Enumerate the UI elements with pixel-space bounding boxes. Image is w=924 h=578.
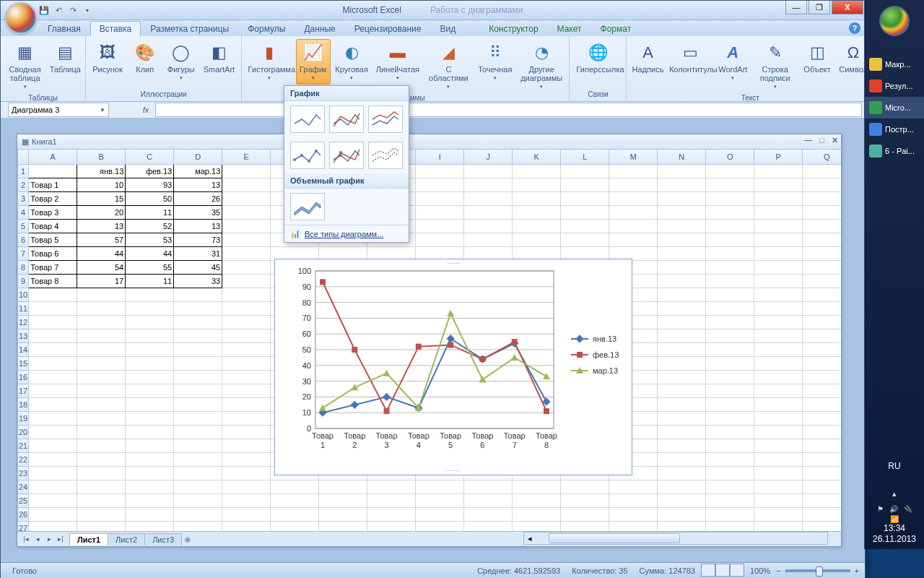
cell[interactable]: 26 xyxy=(174,192,222,206)
cell[interactable] xyxy=(706,329,754,343)
cell[interactable] xyxy=(319,522,367,532)
cell[interactable] xyxy=(464,220,513,233)
cell[interactable] xyxy=(319,508,367,522)
cell[interactable] xyxy=(706,206,754,220)
language-indicator[interactable]: RU xyxy=(865,461,924,471)
cell[interactable] xyxy=(561,508,609,522)
cell[interactable] xyxy=(29,508,77,522)
cell[interactable] xyxy=(706,357,754,371)
cell[interactable] xyxy=(609,508,658,522)
cell[interactable] xyxy=(222,165,271,178)
cell[interactable] xyxy=(803,192,841,206)
cell[interactable] xyxy=(29,453,77,467)
cell[interactable]: 93 xyxy=(126,178,174,192)
cell[interactable] xyxy=(222,384,271,398)
cell[interactable]: 13 xyxy=(174,220,222,233)
cell[interactable] xyxy=(77,522,126,532)
row-header[interactable]: 10 xyxy=(18,288,29,302)
cell[interactable] xyxy=(126,343,174,357)
cell[interactable] xyxy=(609,233,658,247)
row-header[interactable]: 2 xyxy=(18,178,29,192)
cell[interactable] xyxy=(222,192,271,206)
cell[interactable] xyxy=(803,261,841,275)
cell[interactable] xyxy=(77,316,126,329)
cell[interactable] xyxy=(319,494,367,508)
cell[interactable] xyxy=(367,508,416,522)
cell[interactable] xyxy=(464,233,513,247)
cell[interactable] xyxy=(609,494,658,508)
cell[interactable] xyxy=(658,439,706,453)
column-header[interactable]: Q xyxy=(803,150,841,165)
line-chart-option-3[interactable] xyxy=(368,105,403,133)
cell[interactable] xyxy=(222,275,271,288)
cell[interactable] xyxy=(222,371,271,384)
cell[interactable] xyxy=(803,357,841,371)
row-header[interactable]: 5 xyxy=(18,220,29,233)
zoom-in-button[interactable]: + xyxy=(855,566,859,575)
tab-layout[interactable]: Макет xyxy=(548,21,591,36)
power-icon[interactable]: 🔌 xyxy=(904,505,912,513)
column-header[interactable]: E xyxy=(222,150,271,165)
cell[interactable] xyxy=(658,467,706,480)
cell[interactable] xyxy=(29,467,77,480)
cell[interactable] xyxy=(77,453,126,467)
cell[interactable] xyxy=(222,508,271,522)
cell[interactable] xyxy=(271,494,319,508)
undo-icon[interactable]: ↶ xyxy=(53,4,64,16)
cell[interactable] xyxy=(416,494,464,508)
row-header[interactable]: 15 xyxy=(18,357,29,371)
cell[interactable]: Товар 1 xyxy=(29,178,77,192)
zoom-out-button[interactable]: − xyxy=(776,566,780,575)
row-header[interactable]: 13 xyxy=(18,329,29,343)
cell[interactable]: 17 xyxy=(77,275,126,288)
cell[interactable] xyxy=(754,467,803,480)
taskbar-item[interactable]: Макр... xyxy=(865,53,924,75)
help-icon[interactable]: ? xyxy=(849,22,860,34)
cell[interactable] xyxy=(754,453,803,467)
line-chart-option-6[interactable] xyxy=(368,142,403,169)
cell[interactable]: Товар 2 xyxy=(29,192,77,206)
cell[interactable] xyxy=(126,494,174,508)
cell[interactable] xyxy=(658,453,706,467)
cell[interactable]: 53 xyxy=(126,233,174,247)
clock[interactable]: 13:34 26.11.2013 xyxy=(865,523,924,545)
cell[interactable] xyxy=(609,192,658,206)
column-header[interactable]: B xyxy=(77,150,126,165)
cell[interactable] xyxy=(464,206,513,220)
sheet-tab-2[interactable]: Лист2 xyxy=(108,533,145,545)
cell[interactable] xyxy=(706,302,754,316)
cell[interactable] xyxy=(803,384,841,398)
scatter-chart-button[interactable]: ⠿Точечная▾ xyxy=(475,39,515,85)
cell[interactable] xyxy=(126,398,174,412)
cell[interactable] xyxy=(174,316,222,329)
cell[interactable] xyxy=(706,508,754,522)
cell[interactable] xyxy=(77,398,126,412)
cell[interactable] xyxy=(29,439,77,453)
cell[interactable] xyxy=(561,206,609,220)
cell[interactable] xyxy=(609,480,658,494)
cell[interactable] xyxy=(561,480,609,494)
cell[interactable] xyxy=(222,343,271,357)
cell[interactable] xyxy=(367,522,416,532)
tab-home[interactable]: Главная xyxy=(38,21,90,36)
column-header[interactable]: K xyxy=(513,150,561,165)
cell[interactable] xyxy=(658,494,706,508)
cell[interactable] xyxy=(77,384,126,398)
row-header[interactable]: 24 xyxy=(18,480,29,494)
cell[interactable] xyxy=(706,247,754,261)
cell[interactable] xyxy=(29,412,77,426)
cell[interactable] xyxy=(222,453,271,467)
cell[interactable] xyxy=(222,329,271,343)
sheet-nav-prev[interactable]: ◂ xyxy=(32,535,43,543)
cell[interactable] xyxy=(658,329,706,343)
cell[interactable] xyxy=(803,412,841,426)
view-buttons[interactable] xyxy=(701,564,744,578)
cell[interactable] xyxy=(77,288,126,302)
textbox-button[interactable]: AНадпись xyxy=(629,39,666,76)
row-header[interactable]: 21 xyxy=(18,439,29,453)
cell[interactable] xyxy=(29,302,77,316)
tab-design[interactable]: Конструктор xyxy=(479,21,547,36)
cell[interactable] xyxy=(754,247,803,261)
cell[interactable] xyxy=(803,467,841,480)
flag-icon[interactable]: ⚑ xyxy=(877,505,884,513)
